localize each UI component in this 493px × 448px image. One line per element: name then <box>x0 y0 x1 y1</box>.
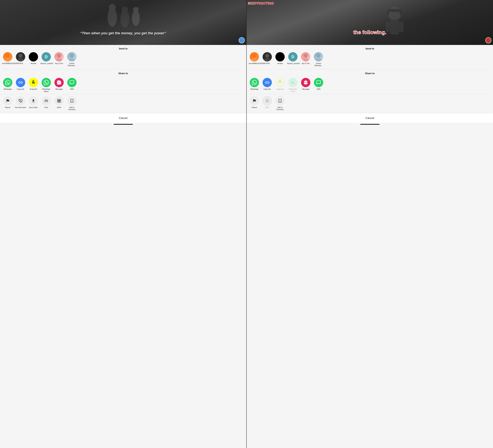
save-video-label: Save video <box>29 106 38 109</box>
snapchat-share-item-muted: Snapchat <box>274 77 286 93</box>
whatsapp-status-icon-muted <box>288 78 298 87</box>
share-row-right: WhatsApp Copy link Snapchat Whats <box>247 76 493 94</box>
contact-item[interactable]: user4868619106280 <box>248 52 261 67</box>
send-to-title-right: Send to <box>247 45 493 52</box>
whatsapp-share-item[interactable]: WhatsApp <box>1 77 14 93</box>
svg-point-2 <box>109 4 115 11</box>
stitch-icon-muted <box>263 96 272 105</box>
whatsapp-status-label: WhatsApp status <box>40 88 52 92</box>
actions-row-left: Report Not interested Save video Duet <box>0 95 246 112</box>
stitch-label: Stitch <box>57 106 61 109</box>
sms-share-item[interactable]: SMS <box>66 77 78 93</box>
contact-item[interactable]: Queen Taaooма… <box>66 52 78 67</box>
add-favorites-action-item[interactable]: Add to Favorites <box>66 96 78 111</box>
snapchat-label-muted: Snapchat <box>276 88 284 90</box>
snapchat-icon-muted <box>275 78 285 87</box>
contact-avatar <box>263 52 272 61</box>
not-interested-action-item[interactable]: Not interested <box>14 96 27 111</box>
add-favorites-label: Add to Favorites <box>274 106 286 111</box>
snapchat-label: Snapchat <box>30 88 37 90</box>
cancel-button-left[interactable]: Cancel <box>0 114 246 123</box>
whatsapp-status-share-item[interactable]: WhatsApp status <box>40 77 53 93</box>
svg-point-37 <box>316 58 321 61</box>
contact-item[interactable]: Amelia <box>27 52 40 67</box>
sms-icon <box>67 78 77 87</box>
contact-name: Amelia <box>277 62 283 65</box>
report-action-item[interactable]: Report <box>248 96 261 111</box>
whatsapp-status-share-item-muted: WhatsApp status <box>286 77 299 93</box>
stitch-action-item-muted: Stitch <box>261 96 274 111</box>
contact-name: F.M.M <box>265 62 269 65</box>
home-bar-left <box>114 124 133 125</box>
duet-icon <box>42 96 51 105</box>
contact-avatar <box>250 52 259 61</box>
snapchat-share-item[interactable]: Snapchat <box>27 77 40 93</box>
report-action-item[interactable]: Report <box>1 96 14 111</box>
message-share-item[interactable]: Message <box>53 77 66 93</box>
report-label: Report <box>252 106 257 109</box>
whatsapp-label: WhatsApp <box>4 88 12 90</box>
svg-rect-18 <box>57 99 59 101</box>
svg-point-9 <box>19 54 22 58</box>
stitch-label-muted: Stitch <box>265 106 269 109</box>
contact-avatar <box>54 52 64 61</box>
share-row-left: WhatsApp Copy link Snapchat WhatsApp sta… <box>0 76 246 94</box>
duet-label: Duet <box>44 106 48 109</box>
save-video-action-item[interactable]: Save video <box>27 96 40 111</box>
svg-point-16 <box>45 100 46 101</box>
contact-item[interactable]: F.M.M <box>261 52 274 67</box>
not-interested-label: Not interested <box>15 106 26 109</box>
actions-row-right: Report Stitch Add to Favorites <box>247 95 493 112</box>
sms-share-item[interactable]: SMS <box>312 77 325 93</box>
left-panel: "Then when you get the money, you get th… <box>0 0 246 448</box>
svg-rect-25 <box>387 11 389 15</box>
contact-item[interactable]: F.M.M <box>14 52 27 67</box>
contact-item[interactable]: D Ajuwon_iyanda7 <box>286 52 299 67</box>
stitch-action-item[interactable]: Stitch <box>53 96 66 111</box>
contact-avatar <box>275 52 285 61</box>
svg-point-30 <box>252 54 256 58</box>
stitch-icon <box>54 96 64 105</box>
contact-item[interactable]: Queen Taaooма… <box>312 52 325 67</box>
send-to-title-left: Send to <box>0 45 246 52</box>
whatsapp-status-icon <box>42 78 51 87</box>
sms-icon <box>314 78 323 87</box>
whatsapp-icon <box>3 78 12 87</box>
svg-point-13 <box>70 54 74 58</box>
share-to-title-left: Share to <box>0 70 246 76</box>
svg-point-31 <box>251 58 257 61</box>
contact-item[interactable]: D Ajuwon_iyanda7 <box>40 52 53 67</box>
video-background-right <box>247 0 493 45</box>
svg-rect-24 <box>388 9 401 12</box>
svg-point-6 <box>133 7 138 12</box>
cancel-button-right[interactable]: Cancel <box>247 114 493 123</box>
add-favorites-action-item[interactable]: Add to Favorites <box>274 96 286 111</box>
copylink-label: Copy link <box>17 88 24 90</box>
svg-point-34 <box>304 54 308 58</box>
copylink-share-item[interactable]: Copy link <box>14 77 27 93</box>
duet-action-item[interactable]: Duet <box>40 96 53 111</box>
svg-point-23 <box>388 7 401 20</box>
hashtag-text-right: #EEPFIGHTING <box>248 1 274 5</box>
contact-item[interactable]: Amelia <box>274 52 286 67</box>
contact-item[interactable]: Ayo & Teo <box>299 52 312 67</box>
svg-point-7 <box>6 54 10 58</box>
contact-item[interactable]: user4868619106280 <box>1 52 14 67</box>
message-share-item[interactable]: Message <box>299 77 312 93</box>
right-panel: #EEPFIGHTING the following. Send to user… <box>246 0 493 448</box>
contact-avatar <box>301 52 310 61</box>
whatsapp-share-item[interactable]: WhatsApp <box>248 77 261 93</box>
copylink-share-item[interactable]: Copy link <box>261 77 274 93</box>
contact-name: user4868619106280 <box>2 62 13 65</box>
avatar-bottom-right-right <box>485 37 491 43</box>
divider <box>2 69 244 69</box>
not-interested-icon <box>16 96 25 105</box>
share-sheet-left: Send to user4868619106280 F.M.M Amelia D <box>0 45 246 448</box>
contact-avatar <box>3 52 12 61</box>
contact-item[interactable]: Ayo & Teo <box>53 52 66 67</box>
contact-name: Ajuwon_iyanda7 <box>40 62 52 65</box>
home-bar-right <box>360 124 380 125</box>
contact-avatar <box>67 52 77 61</box>
svg-rect-20 <box>57 101 59 102</box>
video-quote-right: the following. <box>247 28 493 37</box>
